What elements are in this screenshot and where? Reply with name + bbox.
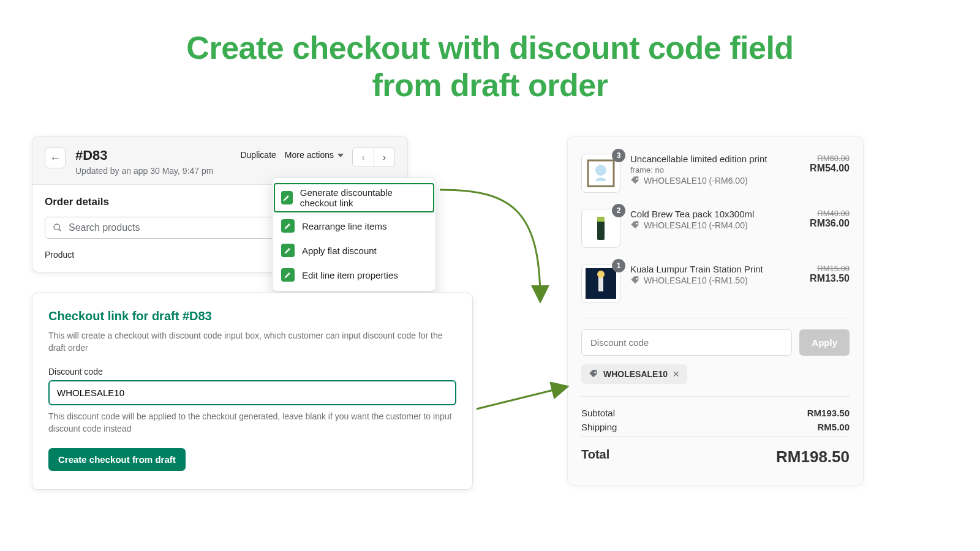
pencil-icon xyxy=(281,244,295,257)
next-order-button[interactable]: › xyxy=(374,148,394,167)
line-item-variant: frame: no xyxy=(630,165,787,174)
form-description: This will create a checkout with discoun… xyxy=(48,329,453,354)
discount-code-field[interactable]: Discount code xyxy=(581,329,792,356)
discount-code-label: Discount code xyxy=(48,367,456,377)
menu-item-label: Edit line item properties xyxy=(302,270,398,280)
chevron-right-icon: › xyxy=(383,152,386,162)
chevron-left-icon: ‹ xyxy=(362,152,365,162)
remove-discount-button[interactable]: ✕ xyxy=(673,369,680,379)
duplicate-button[interactable]: Duplicate xyxy=(240,148,276,160)
line-item-original-price: RM15.00 xyxy=(797,264,850,273)
quantity-badge: 2 xyxy=(612,204,625,217)
total-value: RM198.50 xyxy=(776,448,850,467)
svg-point-12 xyxy=(594,372,596,373)
headline-line1: Create checkout with discount code field xyxy=(0,29,980,67)
prev-order-button[interactable]: ‹ xyxy=(353,148,374,167)
svg-line-1 xyxy=(59,229,61,231)
divider xyxy=(581,396,850,397)
tag-icon xyxy=(630,176,640,186)
tag-icon xyxy=(630,276,640,285)
subtotal-value: RM193.50 xyxy=(807,408,850,418)
search-placeholder: Search products xyxy=(69,222,140,233)
line-item-name: Cold Brew Tea pack 10x300ml xyxy=(630,209,787,219)
svg-point-10 xyxy=(597,271,605,278)
discount-code-input[interactable] xyxy=(48,380,456,405)
page-headline: Create checkout with discount code field… xyxy=(0,0,980,105)
svg-point-11 xyxy=(636,278,638,280)
shipping-label: Shipping xyxy=(581,422,617,432)
pencil-icon xyxy=(281,219,295,233)
menu-item-label: Generate discountable checkout link xyxy=(300,187,427,208)
menu-item-label: Rearrange line items xyxy=(302,221,386,231)
svg-rect-9 xyxy=(598,277,603,291)
divider xyxy=(581,318,850,318)
svg-point-3 xyxy=(595,165,606,176)
tag-icon xyxy=(589,369,598,379)
line-item-original-price: RM60.00 xyxy=(797,154,850,163)
create-checkout-button[interactable]: Create checkout from draft xyxy=(48,448,186,471)
line-item-price: RM13.50 xyxy=(797,273,850,284)
line-item-original-price: RM40.00 xyxy=(797,209,850,218)
search-icon xyxy=(53,223,62,233)
arrow-illustration-bottom xyxy=(474,382,572,419)
shipping-row: Shipping RM5.00 xyxy=(581,422,850,432)
menu-item-label: Apply flat discount xyxy=(302,246,377,256)
discount-code-hint: This discount code will be applied to th… xyxy=(48,410,453,435)
discount-code-placeholder: Discount code xyxy=(590,337,649,348)
applied-discount-chip: WHOLESALE10 ✕ xyxy=(581,364,687,384)
menu-apply-flat-discount[interactable]: Apply flat discount xyxy=(273,238,435,263)
chip-label: WHOLESALE10 xyxy=(603,369,668,379)
cart-line-item: 2 Cold Brew Tea pack 10x300ml WHOLESALE1… xyxy=(581,204,850,259)
svg-point-7 xyxy=(636,223,638,225)
checkout-summary: 3 Uncancellable limited edition print fr… xyxy=(567,136,864,485)
order-updated-text: Updated by an app 30 May, 9:47 pm xyxy=(75,166,213,176)
form-title: Checkout link for draft #D83 xyxy=(48,309,456,323)
pencil-icon xyxy=(281,268,295,282)
headline-line2: from draft order xyxy=(0,67,980,104)
cart-line-item: 3 Uncancellable limited edition print fr… xyxy=(581,149,850,204)
more-actions-button[interactable]: More actions xyxy=(285,148,344,160)
line-item-name: Uncancellable limited edition print xyxy=(630,154,787,164)
line-item-price: RM54.00 xyxy=(797,163,850,174)
apply-discount-button[interactable]: Apply xyxy=(799,329,850,356)
line-item-name: Kuala Lumpur Train Station Print xyxy=(630,264,787,274)
menu-rearrange-line-items[interactable]: Rearrange line items xyxy=(273,214,435,238)
order-number: #D83 xyxy=(75,148,213,163)
pencil-icon xyxy=(281,191,293,204)
quantity-badge: 3 xyxy=(612,149,625,162)
svg-point-0 xyxy=(54,224,59,230)
total-row: Total RM198.50 xyxy=(581,448,850,467)
more-actions-dropdown: Generate discountable checkout link Rear… xyxy=(272,178,436,291)
arrow-left-icon: ← xyxy=(50,152,61,165)
line-item-discount: WHOLESALE10 (-RM1.50) xyxy=(644,276,748,285)
subtotal-label: Subtotal xyxy=(581,408,615,418)
total-label: Total xyxy=(581,448,609,467)
checkout-link-form: Checkout link for draft #D83 This will c… xyxy=(32,293,473,490)
line-item-discount: WHOLESALE10 (-RM6.00) xyxy=(644,176,748,186)
line-item-price: RM36.00 xyxy=(797,218,850,229)
shipping-value: RM5.00 xyxy=(817,422,850,432)
subtotal-row: Subtotal RM193.50 xyxy=(581,408,850,418)
prev-next-group: ‹ › xyxy=(352,148,395,167)
back-button[interactable]: ← xyxy=(45,148,66,168)
divider xyxy=(581,436,850,437)
menu-generate-checkout-link[interactable]: Generate discountable checkout link xyxy=(273,182,435,214)
cart-line-item: 1 Kuala Lumpur Train Station Print WHOLE… xyxy=(581,259,850,314)
quantity-badge: 1 xyxy=(612,259,625,272)
line-item-discount: WHOLESALE10 (-RM4.00) xyxy=(644,220,748,230)
svg-rect-6 xyxy=(597,217,605,222)
svg-point-4 xyxy=(636,178,638,180)
tag-icon xyxy=(630,220,640,230)
menu-edit-line-item-properties[interactable]: Edit line item properties xyxy=(273,263,435,287)
